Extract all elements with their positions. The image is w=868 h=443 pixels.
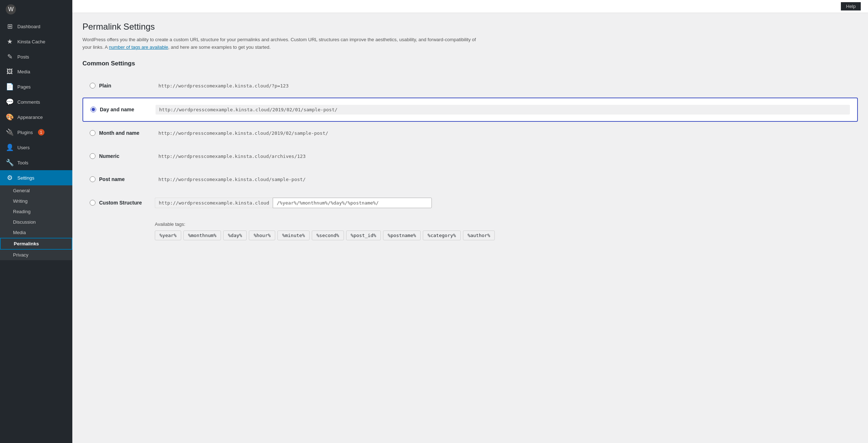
available-tags-label: Available tags: <box>155 222 851 227</box>
settings-icon: ⚙ <box>6 174 14 182</box>
custom-base-url: http://wordpresscomexample.kinsta.cloud <box>155 198 273 208</box>
tools-label: Tools <box>17 160 28 165</box>
sidebar-item-plugins[interactable]: 🔌Plugins1 <box>0 125 72 140</box>
tags-container: %year%%monthnum%%day%%hour%%minute%%seco… <box>155 231 851 240</box>
plain-label[interactable]: Plain <box>90 83 148 89</box>
month-and-name-label[interactable]: Month and name <box>90 130 148 136</box>
submenu-item-media[interactable]: Media <box>0 227 72 238</box>
sidebar-item-media[interactable]: 🖼Media <box>0 64 72 79</box>
tag-second[interactable]: %second% <box>312 231 344 240</box>
post-name-radio[interactable] <box>90 176 95 182</box>
sidebar-nav: ⊞Dashboard★Kinsta Cache✎Posts🖼Media📄Page… <box>0 19 72 185</box>
tag-category[interactable]: %category% <box>423 231 460 240</box>
page-title: Permalink Settings <box>82 22 858 32</box>
settings-label: Settings <box>17 175 34 181</box>
tag-monthnum[interactable]: %monthnum% <box>183 231 221 240</box>
plugins-badge: 1 <box>38 129 44 136</box>
sidebar-item-pages[interactable]: 📄Pages <box>0 79 72 94</box>
post-name-label[interactable]: Post name <box>90 176 148 182</box>
sidebar-submenu: GeneralWritingReadingDiscussionMediaPerm… <box>0 185 72 260</box>
content-area: Permalink Settings WordPress offers you … <box>72 13 868 443</box>
month-and-name-radio[interactable] <box>90 130 95 136</box>
day-and-name-url-preview: http://wordpresscomexample.kinsta.cloud/… <box>156 105 850 115</box>
plain-label-text: Plain <box>99 83 111 89</box>
media-icon: 🖼 <box>6 68 14 76</box>
sidebar-item-settings[interactable]: ⚙Settings <box>0 170 72 185</box>
numeric-url-preview: http://wordpresscomexample.kinsta.cloud/… <box>155 151 851 161</box>
page-description: WordPress offers you the ability to crea… <box>82 36 480 51</box>
submenu-item-privacy[interactable]: Privacy <box>0 250 72 260</box>
tag-postname[interactable]: %postname% <box>383 231 421 240</box>
pages-icon: 📄 <box>6 83 14 91</box>
tag-hour[interactable]: %hour% <box>249 231 275 240</box>
media-label: Media <box>17 69 30 74</box>
main-content: Help Permalink Settings WordPress offers… <box>72 0 868 443</box>
custom-radio[interactable] <box>90 200 95 206</box>
sidebar-item-appearance[interactable]: 🎨Appearance <box>0 109 72 125</box>
users-icon: 👤 <box>6 143 14 151</box>
permalink-option-plain: Plainhttp://wordpresscomexample.kinsta.c… <box>82 74 858 98</box>
pages-label: Pages <box>17 84 31 90</box>
tags-link[interactable]: number of tags are available <box>109 44 168 50</box>
tag-author[interactable]: %author% <box>463 231 495 240</box>
plain-radio[interactable] <box>90 83 95 89</box>
permalink-options: Plainhttp://wordpresscomexample.kinsta.c… <box>82 74 858 215</box>
month-and-name-label-text: Month and name <box>99 130 139 136</box>
sidebar-item-comments[interactable]: 💬Comments <box>0 94 72 109</box>
tag-minute[interactable]: %minute% <box>277 231 310 240</box>
tag-year[interactable]: %year% <box>155 231 181 240</box>
sidebar-item-kinsta-cache[interactable]: ★Kinsta Cache <box>0 34 72 49</box>
permalink-option-month-and-name: Month and namehttp://wordpresscomexample… <box>82 122 858 145</box>
appearance-icon: 🎨 <box>6 113 14 121</box>
submenu-item-writing[interactable]: Writing <box>0 196 72 206</box>
kinsta-cache-icon: ★ <box>6 38 14 46</box>
custom-structure-tags-section: Available tags: %year%%monthnum%%day%%ho… <box>82 215 858 247</box>
posts-label: Posts <box>17 54 29 60</box>
wp-icon: W <box>6 4 16 14</box>
section-title: Common Settings <box>82 60 858 67</box>
comments-label: Comments <box>17 99 40 105</box>
kinsta-cache-label: Kinsta Cache <box>17 39 45 44</box>
sidebar-logo[interactable]: W <box>0 0 72 19</box>
permalink-option-custom: Custom Structurehttp://wordpresscomexamp… <box>82 191 858 215</box>
month-and-name-url-preview: http://wordpresscomexample.kinsta.cloud/… <box>155 128 851 138</box>
posts-icon: ✎ <box>6 53 14 61</box>
submenu-item-reading[interactable]: Reading <box>0 206 72 217</box>
numeric-radio[interactable] <box>90 153 95 159</box>
tag-day[interactable]: %day% <box>223 231 247 240</box>
custom-structure-input[interactable] <box>273 198 432 208</box>
tag-post_id[interactable]: %post_id% <box>346 231 381 240</box>
sidebar-item-dashboard[interactable]: ⊞Dashboard <box>0 19 72 34</box>
plain-url-preview: http://wordpresscomexample.kinsta.cloud/… <box>155 81 851 91</box>
sidebar-item-tools[interactable]: 🔧Tools <box>0 155 72 170</box>
day-and-name-label-text: Day and name <box>100 107 134 112</box>
plugins-label: Plugins <box>17 130 33 135</box>
description-text-suffix: , and here are some examples to get you … <box>168 44 271 50</box>
permalink-option-post-name: Post namehttp://wordpresscomexample.kins… <box>82 168 858 191</box>
submenu-item-discussion[interactable]: Discussion <box>0 217 72 227</box>
topbar: Help <box>72 0 868 13</box>
users-label: Users <box>17 145 30 150</box>
comments-icon: 💬 <box>6 98 14 106</box>
permalink-option-day-and-name: Day and namehttp://wordpresscomexample.k… <box>82 98 858 122</box>
dashboard-label: Dashboard <box>17 24 41 29</box>
day-and-name-radio[interactable] <box>90 107 96 112</box>
post-name-url-preview: http://wordpresscomexample.kinsta.cloud/… <box>155 175 851 184</box>
custom-url-container: http://wordpresscomexample.kinsta.cloud <box>155 198 851 208</box>
permalink-option-numeric: Numerichttp://wordpresscomexample.kinsta… <box>82 145 858 168</box>
custom-label-text: Custom Structure <box>99 200 142 206</box>
sidebar-item-users[interactable]: 👤Users <box>0 140 72 155</box>
dashboard-icon: ⊞ <box>6 22 14 30</box>
tools-icon: 🔧 <box>6 159 14 167</box>
submenu-item-permalinks[interactable]: Permalinks <box>0 238 72 250</box>
help-button[interactable]: Help <box>841 2 861 10</box>
numeric-label-text: Numeric <box>99 153 119 159</box>
sidebar-item-posts[interactable]: ✎Posts <box>0 49 72 64</box>
post-name-label-text: Post name <box>99 176 125 182</box>
plugins-icon: 🔌 <box>6 128 14 136</box>
day-and-name-label[interactable]: Day and name <box>90 107 148 112</box>
sidebar: W ⊞Dashboard★Kinsta Cache✎Posts🖼Media📄Pa… <box>0 0 72 443</box>
numeric-label[interactable]: Numeric <box>90 153 148 159</box>
custom-label[interactable]: Custom Structure <box>90 200 148 206</box>
submenu-item-general[interactable]: General <box>0 185 72 196</box>
